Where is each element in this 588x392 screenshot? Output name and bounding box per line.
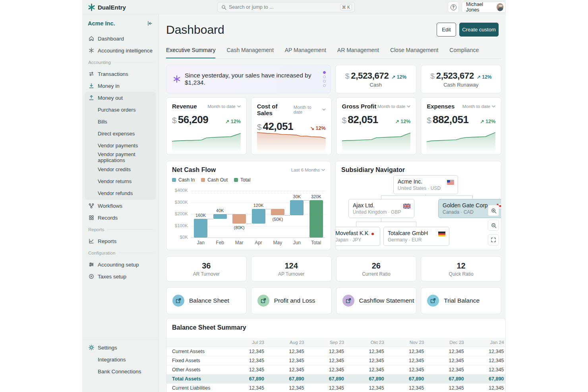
workflow-icon (88, 203, 95, 209)
sidebar-item-transactions[interactable]: Transactions (82, 68, 159, 80)
waterfall-bar-jun[interactable] (290, 200, 304, 215)
sidebar-item-reports[interactable]: Reports (82, 235, 159, 247)
app-window: DualEntry Search or jump to ... ⌘ K ? Mi… (82, 0, 506, 392)
sparkline-chart (257, 128, 326, 151)
main-content: Dashboard Edit Create custom Executive S… (159, 14, 506, 392)
table-column-header: Jul 23 (226, 338, 267, 347)
table-cell: 12,345 (307, 347, 347, 356)
balance-sheet-table: Jul 23Aug 23Sep 23Okt 23Nov 23Dec 23Jan … (166, 338, 506, 392)
tab-close-management[interactable]: Close Management (390, 47, 438, 58)
subsidiary-name: Acme Inc. (398, 178, 454, 185)
sidebar-group-money-out: Money outPurchase ordersBillsDirect expe… (85, 92, 156, 200)
sidebar-item-settings[interactable]: Settings (82, 342, 159, 353)
sidebar-item-direct-expenses[interactable]: Direct expenses (85, 127, 156, 139)
sidebar-item-vendor-payments[interactable]: Vendor payments (85, 139, 156, 151)
table-cell: 12,345 (267, 347, 307, 356)
subsidiary-node-movefast-k-k[interactable]: Movefast K.K.Japan · JPY (335, 227, 380, 246)
subsidiary-region: Japan · JPY (335, 237, 376, 243)
tab-executive-summary[interactable]: Executive Summary (166, 47, 215, 58)
sidebar-item-money-out[interactable]: Money out (85, 92, 156, 104)
report-link-trial-balance[interactable]: Trial Balance (421, 287, 501, 314)
table-cell: 12,345 (346, 356, 387, 365)
dashboard-tabs: Executive SummaryCash ManagementAP Manag… (166, 47, 501, 59)
period-dropdown[interactable]: Month to date (377, 104, 410, 109)
period-dropdown[interactable]: Month to date (207, 104, 240, 109)
org-switcher: Acme Inc. (82, 14, 159, 33)
sidebar-item-taxes-setup[interactable]: Taxes setup (82, 270, 159, 282)
sidebar-item-money-in[interactable]: Money in (82, 80, 159, 92)
search-input[interactable]: Search or jump to ... ⌘ K (217, 2, 355, 12)
sidebar-item-integrations[interactable]: Integrations (82, 353, 159, 365)
sidebar-item-records[interactable]: Records (82, 212, 159, 224)
tab-compliance[interactable]: Compliance (449, 47, 479, 58)
sidebar-item-purchase-orders[interactable]: Purchase orders (85, 104, 156, 116)
sidebar-item-bills[interactable]: Bills (85, 116, 156, 127)
collapse-sidebar-icon[interactable] (147, 20, 153, 27)
sidebar-item-accounting-intelligence[interactable]: Accounting intelligence (82, 44, 159, 56)
period-dropdown[interactable]: Month to date (294, 105, 326, 114)
subsidiary-node-ajax-ltd[interactable]: Ajax Ltd.United Kingdom · GBP (348, 199, 414, 218)
report-link-cashflow-statement[interactable]: Cashflow Statement (336, 287, 417, 314)
range-dropdown[interactable]: Last 6 Months (291, 168, 325, 172)
x-axis-tick: May (268, 240, 287, 245)
help-button[interactable]: ? (448, 2, 459, 13)
cash-label: Cash (370, 82, 382, 88)
table-cell: 12,345 (426, 365, 466, 374)
table-cell: 12,345 (346, 347, 387, 356)
sidebar-item-vendor-payment-applications[interactable]: Vendor payment applications (85, 151, 156, 163)
tab-ap-management[interactable]: AP Management (285, 47, 326, 58)
waterfall-bar-jan[interactable] (194, 219, 207, 238)
net-cash-flow-panel: Net Cash Flow Last 6 Months Cash InCash … (166, 161, 331, 250)
sidebar-item-vendor-refunds[interactable]: Vendor refunds (85, 187, 156, 199)
waterfall-bar-may[interactable] (271, 209, 284, 215)
org-name[interactable]: Acme Inc. (88, 20, 147, 27)
sidebar-item-bank-connections[interactable]: Bank Connections (82, 365, 159, 377)
kpi-value: 882,051 (433, 114, 468, 126)
create-custom-button[interactable]: Create custom (459, 23, 499, 37)
delta-badge: ↗ 12% (477, 74, 491, 80)
kpi-card-revenue: RevenueMonth to date $56,209↗ 12% (166, 97, 247, 155)
table-column-header: Sep 23 (307, 338, 347, 347)
page-title: Dashboard (166, 23, 224, 37)
sidebar-item-vendor-credits[interactable]: Vendor credits (85, 163, 156, 175)
sidebar-item-vendor-returns[interactable]: Vendor returns (85, 175, 156, 187)
subsidiary-node-totalcare-gmbh[interactable]: Totalcare GmbHGermany · EUR (383, 227, 449, 246)
zoom-in-button[interactable] (488, 205, 499, 216)
report-link-profit-and-loss[interactable]: Profit and Loss (251, 287, 332, 314)
sparkle-icon (88, 47, 95, 54)
sales-insight-banner[interactable]: Since yesterday, your sales have increas… (166, 65, 331, 93)
waterfall-bar-total[interactable] (309, 200, 323, 238)
sidebar-section-reports: Reports (82, 224, 159, 235)
waterfall-bar-apr[interactable] (252, 209, 265, 224)
flag-jp-icon (369, 231, 376, 238)
banner-pagination-dots[interactable] (323, 71, 327, 87)
table-row-other-assets: Other Assets12,34512,34512,34512,34512,3… (166, 365, 506, 374)
report-link-balance-sheet[interactable]: Balance Sheet (166, 287, 247, 314)
metric-label: Quick Ratio (449, 271, 474, 277)
table-cell: 67,890 (466, 374, 506, 383)
sidebar-item-accounting-setup[interactable]: Accounting setup (82, 259, 159, 270)
x-axis-tick: Apr (249, 240, 268, 245)
sidebar-section-accounting: Accounting (82, 56, 159, 68)
period-dropdown[interactable]: Month to date (462, 104, 495, 109)
edit-button[interactable]: Edit (437, 23, 456, 37)
sidebar-item-dashboard[interactable]: Dashboard (82, 33, 159, 44)
brand-name: DualEntry (98, 4, 126, 11)
user-menu-button[interactable]: Michael Jones (462, 2, 506, 13)
user-name: Michael Jones (466, 2, 494, 13)
tab-ar-management[interactable]: AR Management (337, 47, 379, 58)
waterfall-bar-mar[interactable] (232, 214, 246, 224)
table-cell: 12,345 (226, 356, 267, 365)
bar-value-label: (80K) (230, 225, 249, 230)
legend-item-total: Total (234, 177, 250, 183)
waterfall-bar-feb[interactable] (213, 214, 227, 219)
subsidiary-node-acme-inc[interactable]: Acme Inc.United States · USD (393, 175, 458, 194)
metric-card-ap-turnover: 124AP Turnover (251, 256, 332, 282)
kpi-value: 82,051 (348, 114, 378, 126)
sidebar-item-workflows[interactable]: Workflows (82, 200, 159, 212)
tab-cash-management[interactable]: Cash Management (226, 47, 273, 58)
balance-sheet-summary-title: Balance Sheet Summary (166, 319, 505, 331)
zoom-out-button[interactable] (488, 220, 499, 231)
fullscreen-button[interactable] (488, 234, 499, 245)
kpi-card-cost-of-sales: Cost of SalesMonth to date $42,051↘ 12% (251, 97, 332, 155)
